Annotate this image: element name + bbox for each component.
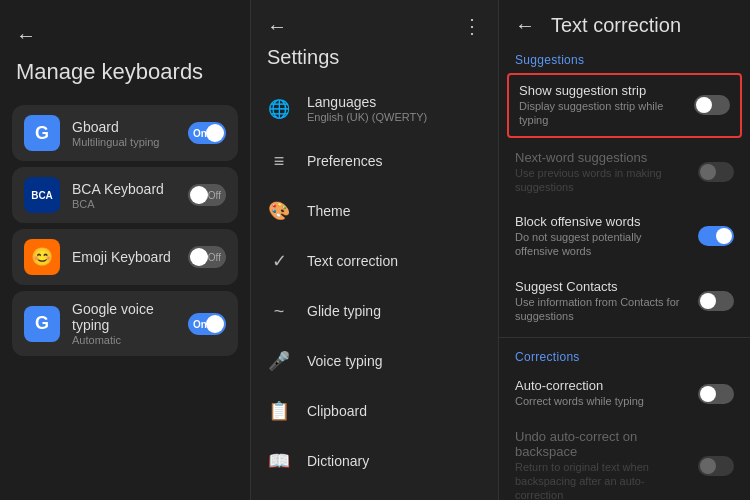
panel3-title: Text correction xyxy=(551,14,681,37)
correction-item-0-0[interactable]: Show suggestion stripDisplay suggestion … xyxy=(507,73,742,138)
keyboard-info: Emoji Keyboard xyxy=(72,249,176,265)
settings-label-6: Clipboard xyxy=(307,403,367,419)
manage-keyboards-panel: ← Manage keyboards GGboardMultilingual t… xyxy=(0,0,250,500)
small-thumb xyxy=(700,293,716,309)
correction-desc-0-2: Do not suggest potentially offensive wor… xyxy=(515,230,686,259)
section-divider xyxy=(499,337,750,338)
keyboard-name: BCA Keyboard xyxy=(72,181,176,197)
keyboard-sub: Automatic xyxy=(72,334,176,346)
keyboard-sub: Multilingual typing xyxy=(72,136,176,148)
correction-name-0-0: Show suggestion strip xyxy=(519,83,682,98)
settings-label-0: LanguagesEnglish (UK) (QWERTY) xyxy=(307,94,427,123)
section-label-1: Corrections xyxy=(499,342,750,368)
keyboard-toggle[interactable]: Off xyxy=(188,246,226,268)
small-thumb xyxy=(700,164,716,180)
toggle-thumb xyxy=(190,186,208,204)
correction-name-0-2: Block offensive words xyxy=(515,214,686,229)
correction-desc-0-3: Use information from Contacts for sugges… xyxy=(515,295,686,324)
keyboard-icon-3: G xyxy=(24,306,60,342)
correction-item-0-2[interactable]: Block offensive wordsDo not suggest pote… xyxy=(499,204,750,269)
settings-label-5: Voice typing xyxy=(307,353,383,369)
panel2-back-icon[interactable]: ← xyxy=(267,15,287,38)
keyboard-toggle[interactable]: Off xyxy=(188,184,226,206)
settings-label-3: Text correction xyxy=(307,253,398,269)
keyboard-info: BCA KeyboardBCA xyxy=(72,181,176,210)
settings-item-2[interactable]: 🎨Theme xyxy=(251,186,498,236)
small-thumb xyxy=(700,386,716,402)
correction-toggle-0-0[interactable] xyxy=(694,95,730,115)
correction-sections: SuggestionsShow suggestion stripDisplay … xyxy=(499,45,750,500)
correction-toggle-1-1[interactable] xyxy=(698,456,734,476)
correction-name-0-3: Suggest Contacts xyxy=(515,279,686,294)
keyboard-info: Google voice typingAutomatic xyxy=(72,301,176,346)
keyboard-list: GGboardMultilingual typingOnBCABCA Keybo… xyxy=(0,101,250,360)
more-options-icon[interactable]: ⋮ xyxy=(462,14,482,38)
toggle-thumb xyxy=(206,315,224,333)
back-arrow-icon[interactable]: ← xyxy=(16,24,36,47)
small-thumb xyxy=(700,458,716,474)
correction-toggle-0-1[interactable] xyxy=(698,162,734,182)
panel3-header: ← Text correction xyxy=(499,0,750,45)
keyboard-info: GboardMultilingual typing xyxy=(72,119,176,148)
panel2-title-area: Settings xyxy=(251,46,498,81)
correction-item-1-1[interactable]: Undo auto-correct on backspaceReturn to … xyxy=(499,419,750,500)
settings-item-3[interactable]: ✓Text correction xyxy=(251,236,498,286)
correction-desc-0-0: Display suggestion strip while typing xyxy=(519,99,682,128)
settings-panel: ← ⋮ Settings 🌐LanguagesEnglish (UK) (QWE… xyxy=(250,0,498,500)
correction-item-0-3[interactable]: Suggest ContactsUse information from Con… xyxy=(499,269,750,334)
small-thumb xyxy=(716,228,732,244)
panel3-back-icon[interactable]: ← xyxy=(515,14,535,37)
settings-icon-4: ~ xyxy=(267,299,291,323)
settings-icon-6: 📋 xyxy=(267,399,291,423)
correction-item-0-1[interactable]: Next-word suggestionsUse previous words … xyxy=(499,140,750,205)
correction-desc-1-1: Return to original text when backspacing… xyxy=(515,460,686,500)
settings-item-8[interactable]: 😊Emojis, stickers and GIFs xyxy=(251,486,498,500)
correction-desc-0-1: Use previous words in making suggestions xyxy=(515,166,686,195)
keyboard-item[interactable]: GGboardMultilingual typingOn xyxy=(12,105,238,161)
keyboard-item[interactable]: BCABCA KeyboardBCAOff xyxy=(12,167,238,223)
keyboard-name: Gboard xyxy=(72,119,176,135)
settings-item-4[interactable]: ~Glide typing xyxy=(251,286,498,336)
keyboard-item[interactable]: GGoogle voice typingAutomaticOn xyxy=(12,291,238,356)
panel1-header: ← xyxy=(0,16,250,59)
correction-name-1-1: Undo auto-correct on backspace xyxy=(515,429,686,459)
settings-icon-5: 🎤 xyxy=(267,349,291,373)
settings-item-0[interactable]: 🌐LanguagesEnglish (UK) (QWERTY) xyxy=(251,81,498,136)
settings-label-7: Dictionary xyxy=(307,453,369,469)
correction-toggle-1-0[interactable] xyxy=(698,384,734,404)
toggle-thumb xyxy=(190,248,208,266)
correction-item-1-0[interactable]: Auto-correctionCorrect words while typin… xyxy=(499,368,750,418)
settings-icon-7: 📖 xyxy=(267,449,291,473)
settings-icon-3: ✓ xyxy=(267,249,291,273)
keyboard-icon-2: 😊 xyxy=(24,239,60,275)
small-thumb xyxy=(696,97,712,113)
panel2-header: ← ⋮ xyxy=(251,0,498,46)
correction-name-0-1: Next-word suggestions xyxy=(515,150,686,165)
settings-item-7[interactable]: 📖Dictionary xyxy=(251,436,498,486)
correction-desc-1-0: Correct words while typing xyxy=(515,394,686,408)
settings-label-4: Glide typing xyxy=(307,303,381,319)
panel2-title: Settings xyxy=(267,46,339,68)
keyboard-sub: BCA xyxy=(72,198,176,210)
settings-label-2: Theme xyxy=(307,203,351,219)
toggle-thumb xyxy=(206,124,224,142)
keyboard-icon-0: G xyxy=(24,115,60,151)
settings-item-6[interactable]: 📋Clipboard xyxy=(251,386,498,436)
panel1-title-area: Manage keyboards xyxy=(0,59,250,101)
settings-item-5[interactable]: 🎤Voice typing xyxy=(251,336,498,386)
correction-toggle-0-2[interactable] xyxy=(698,226,734,246)
keyboard-name: Google voice typing xyxy=(72,301,176,333)
section-label-0: Suggestions xyxy=(499,45,750,71)
keyboard-icon-1: BCA xyxy=(24,177,60,213)
settings-label-1: Preferences xyxy=(307,153,382,169)
keyboard-toggle[interactable]: On xyxy=(188,313,226,335)
settings-icon-1: ≡ xyxy=(267,149,291,173)
settings-item-1[interactable]: ≡Preferences xyxy=(251,136,498,186)
correction-name-1-0: Auto-correction xyxy=(515,378,686,393)
keyboard-item[interactable]: 😊Emoji KeyboardOff xyxy=(12,229,238,285)
text-correction-panel: ← Text correction SuggestionsShow sugges… xyxy=(498,0,750,500)
keyboard-toggle[interactable]: On xyxy=(188,122,226,144)
correction-toggle-0-3[interactable] xyxy=(698,291,734,311)
keyboard-name: Emoji Keyboard xyxy=(72,249,176,265)
settings-icon-0: 🌐 xyxy=(267,97,291,121)
